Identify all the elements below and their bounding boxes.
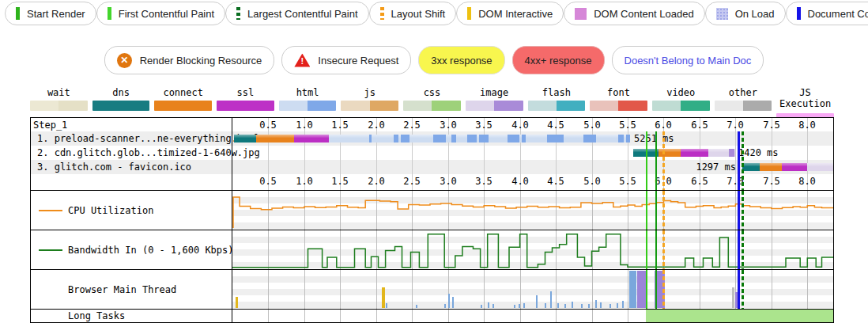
mime-type-css: css: [403, 87, 461, 121]
render-blocking-icon: ✕: [117, 53, 132, 68]
layout-shift-marker-line: [662, 270, 665, 309]
main-thread-activity-bar: [452, 297, 454, 308]
legend-doesnt-belong-link[interactable]: Doesn't Belong to Main Doc: [612, 46, 764, 74]
fcp-marker-icon: [108, 7, 111, 20]
mime-type-js-execution: JS Execution: [776, 87, 834, 121]
bandwidth-row-label: Bandwidth In (0 - 1,600 Kbps): [31, 230, 232, 269]
legend-layout-shift: Layout Shift: [369, 2, 457, 25]
legend-label: 3xx response: [431, 55, 492, 66]
long-tasks-row-label: Long Tasks: [31, 310, 232, 322]
mime-type-connect: connect: [154, 87, 212, 121]
time-axis-label: 3.5: [472, 120, 496, 131]
start-render-marker-line: [646, 131, 647, 190]
cpu-row-label: CPU Utilization: [31, 191, 232, 230]
gridline: [556, 270, 557, 309]
legend-label: Document Complete: [808, 8, 868, 20]
event-legend: Start Render First Contentful Paint Larg…: [0, 2, 868, 25]
gridline: [340, 310, 341, 322]
gridline: [628, 270, 628, 309]
main-thread-activity-bar: [444, 304, 446, 308]
gridline: [628, 310, 628, 322]
time-axis-label: 5.0: [580, 120, 604, 131]
gridline: [412, 310, 413, 322]
main-thread-activity-bar: [629, 271, 636, 308]
main-thread-activity-bar: [550, 291, 552, 308]
gridline: [448, 310, 449, 322]
main-thread-activity-bar: [732, 287, 734, 308]
main-thread-row: Browser Main Thread: [31, 269, 833, 309]
mime-type-image: image: [466, 87, 523, 121]
gridline: [484, 270, 485, 309]
largest-contentful-paint-marker-line: [742, 270, 744, 309]
legend-dom-content-loaded: DOM Content Loaded: [564, 2, 704, 25]
document-complete-marker-line: [738, 131, 740, 190]
main-thread-activity-bar: [481, 305, 482, 308]
bandwidth-row: Bandwidth In (0 - 1,600 Kbps): [31, 230, 833, 269]
gridline: [592, 270, 593, 309]
gridline: [520, 310, 521, 322]
document-complete-marker-line: [738, 230, 740, 269]
mime-color-swatch-icon: [590, 101, 647, 111]
mime-type-font: font: [590, 87, 647, 121]
first-contentful-paint-marker-line: [655, 270, 657, 309]
mime-color-swatch-icon: [30, 101, 88, 111]
column-divider: [232, 118, 232, 190]
start-render-marker-line: [646, 270, 647, 309]
main-thread-activity-bar: [382, 287, 385, 308]
column-divider: [232, 230, 232, 269]
column-divider: [232, 270, 232, 309]
gridline: [772, 270, 772, 309]
gridline: [304, 310, 305, 322]
time-axis-label: 7.5: [760, 120, 783, 131]
largest-contentful-paint-marker-line: [742, 230, 744, 269]
time-axis-label: 1.0: [292, 120, 316, 131]
mime-type-other: other: [715, 87, 772, 121]
mime-color-swatch-icon: [217, 101, 274, 111]
mime-type-js: js: [341, 87, 398, 121]
waterfall-table: 0.51.01.52.02.53.03.54.04.55.05.56.06.57…: [30, 117, 834, 191]
main-thread-activity-bar: [595, 300, 597, 308]
legend-document-complete: Document Complete: [786, 2, 868, 25]
request-row-label[interactable]: 1. preload-scanner...ne-everything.html: [37, 131, 260, 146]
legend-label: First Contentful Paint: [119, 8, 214, 20]
mime-legend: waitdnsconnectsslhtmljscssimageflashfont…: [30, 87, 834, 121]
time-axis-label: 5.5: [616, 120, 640, 131]
gridline: [304, 270, 305, 309]
first-contentful-paint-marker-line: [655, 191, 657, 230]
legend-label: DOM Interactive: [478, 8, 553, 20]
mime-type-html: html: [279, 87, 337, 121]
gridline: [268, 310, 269, 322]
request-row-label[interactable]: 2. cdn.glitch.glob...timized-1-640w.jpg: [37, 146, 260, 160]
bandwidth-line-swatch-icon: [39, 249, 62, 251]
status-legend: ✕Render Blocking Resource !Insecure Requ…: [0, 46, 868, 74]
bandwidth-label: Bandwidth In (0 - 1,600 Kbps): [68, 245, 234, 256]
document-complete-marker-icon: [797, 7, 801, 20]
main-thread-activity-bar: [617, 303, 618, 308]
time-axis-label: 4.5: [544, 120, 568, 131]
mime-type-dns: dns: [92, 87, 150, 121]
webpagetest-waterfall-view: Start Render First Contentful Paint Larg…: [0, 0, 868, 323]
waterfall-event-lines: [232, 131, 833, 190]
main-thread-activity-bar: [416, 305, 417, 308]
start-render-marker-line: [646, 230, 647, 269]
long-tasks-row: Long Tasks: [31, 309, 833, 322]
main-thread-activity-bar: [514, 305, 515, 308]
main-thread-row-label: Browser Main Thread: [31, 270, 232, 309]
mime-color-swatch-icon: [652, 101, 710, 111]
main-thread-activity-bar: [545, 303, 546, 308]
time-axis-label: 1.5: [328, 120, 352, 131]
legend-label: 4xx+ response: [525, 55, 592, 66]
legend-4xx-response: 4xx+ response: [512, 46, 605, 74]
mime-color-swatch-icon: [279, 101, 337, 111]
mime-color-swatch-icon: [341, 101, 398, 111]
dom-interactive-marker-icon: [467, 7, 471, 20]
gridline: [807, 270, 808, 309]
cpu-label: CPU Utilization: [68, 205, 153, 216]
request-row-label[interactable]: 3. glitch.com - favicon.ico: [37, 160, 191, 174]
gridline: [484, 310, 485, 322]
column-divider: [232, 310, 232, 322]
layout-shift-marker-line: [662, 191, 665, 230]
start-render-marker-line: [646, 191, 647, 230]
mime-color-swatch-icon: [466, 101, 523, 111]
gridline: [376, 270, 377, 309]
